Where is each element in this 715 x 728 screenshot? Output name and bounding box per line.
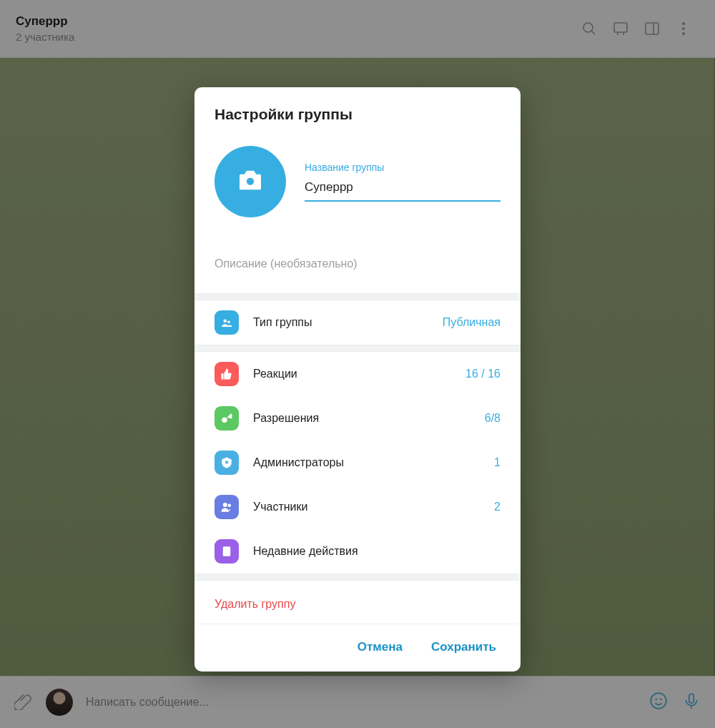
- group-settings-modal: Настройки группы Название группы Описани…: [194, 87, 521, 672]
- reactions-value: 16 / 16: [465, 368, 500, 380]
- group-type-row[interactable]: Тип группы Публичная: [194, 300, 521, 345]
- group-type-icon: [214, 310, 239, 335]
- thumbs-up-icon: [214, 362, 239, 386]
- group-name-input[interactable]: [305, 177, 500, 202]
- members-icon: [214, 495, 239, 519]
- group-type-value: Публичная: [443, 316, 500, 329]
- members-value: 2: [494, 501, 500, 513]
- cancel-button[interactable]: Отмена: [358, 640, 403, 654]
- recent-actions-label: Недавние действия: [253, 545, 486, 558]
- svg-point-12: [245, 177, 255, 186]
- reactions-label: Реакции: [253, 368, 451, 380]
- svg-point-18: [228, 504, 232, 508]
- members-row[interactable]: Участники 2: [194, 485, 521, 529]
- permissions-value: 6/8: [485, 412, 500, 425]
- svg-point-17: [223, 503, 227, 507]
- save-button[interactable]: Сохранить: [431, 640, 496, 654]
- group-name-label: Название группы: [305, 162, 500, 173]
- modal-overlay[interactable]: Настройки группы Название группы Описани…: [0, 0, 715, 728]
- camera-icon: [236, 166, 265, 197]
- star-shield-icon: [214, 451, 239, 475]
- recent-actions-row[interactable]: Недавние действия: [194, 529, 521, 574]
- permissions-label: Разрешения: [253, 412, 470, 425]
- group-description-input[interactable]: Описание (необязательно): [194, 225, 521, 293]
- delete-group-button[interactable]: Удалить группу: [194, 581, 521, 624]
- key-icon: [214, 406, 239, 431]
- svg-point-16: [222, 418, 227, 423]
- group-photo-button[interactable]: [214, 146, 286, 217]
- svg-point-14: [227, 321, 230, 323]
- admins-value: 1: [494, 456, 500, 469]
- admins-label: Администраторы: [253, 456, 480, 469]
- reactions-row[interactable]: Реакции 16 / 16: [194, 352, 521, 396]
- recent-actions-icon: [214, 539, 239, 564]
- group-type-label: Тип группы: [253, 316, 428, 329]
- modal-title: Настройки группы: [194, 87, 521, 130]
- admins-row[interactable]: Администраторы 1: [194, 441, 521, 485]
- members-label: Участники: [253, 501, 480, 513]
- svg-point-13: [224, 320, 227, 323]
- permissions-row[interactable]: Разрешения 6/8: [194, 396, 521, 441]
- svg-rect-15: [222, 373, 224, 379]
